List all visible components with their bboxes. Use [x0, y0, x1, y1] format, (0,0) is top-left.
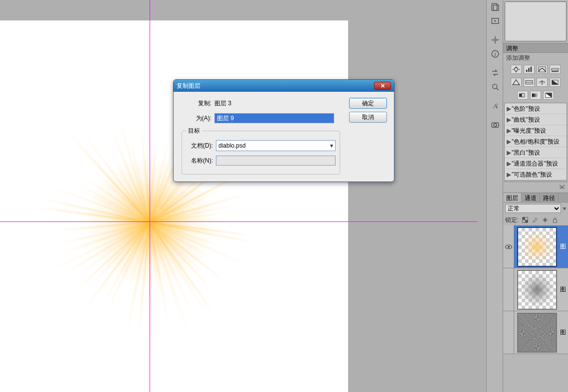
svg-rect-24 [531, 67, 532, 72]
layer-name[interactable]: 图 [560, 328, 566, 337]
invert-adjust-icon[interactable] [543, 91, 554, 100]
svg-rect-40 [554, 219, 557, 222]
preset-hue-sat[interactable]: ▶"色相/饱和度"预设 [505, 136, 567, 147]
cancel-button[interactable]: 取消 [349, 112, 387, 123]
layer-thumbnail[interactable] [517, 313, 557, 353]
preset-levels[interactable]: ▶"色阶"预设 [505, 103, 567, 114]
brightness-adjust-icon[interactable] [511, 65, 522, 74]
tab-channels[interactable]: 通道 [522, 193, 540, 202]
hue-adjust-icon[interactable] [524, 78, 535, 87]
preset-exposure[interactable]: ▶"曝光度"预设 [505, 125, 567, 136]
info-panel-icon[interactable]: i [487, 47, 503, 61]
lock-pixels-icon[interactable] [532, 216, 539, 223]
svg-rect-33 [519, 94, 522, 97]
preset-selective[interactable]: ▶"可选颜色"预设 [505, 169, 567, 180]
history-panel-icon[interactable] [487, 0, 503, 14]
layer-thumbnail[interactable] [517, 227, 557, 267]
visibility-toggle[interactable] [503, 225, 514, 268]
layer-list: 图 图 图 [503, 225, 568, 354]
svg-rect-27 [552, 68, 559, 70]
layer-row[interactable]: 图 [503, 311, 568, 354]
add-adjustment-label: 添加调整 [503, 53, 568, 63]
adjustment-preset-list: ▶"色阶"预设 ▶"曲线"预设 ▶"曝光度"预设 ▶"色相/饱和度"预设 ▶"黑… [504, 103, 567, 181]
layer-name[interactable]: 图 [560, 242, 566, 251]
tab-paths[interactable]: 路径 [540, 193, 559, 202]
svg-rect-23 [528, 68, 530, 72]
visibility-toggle[interactable] [503, 268, 514, 311]
guide-vertical[interactable] [150, 0, 150, 392]
svg-rect-1 [493, 5, 499, 10]
lock-all-icon[interactable] [552, 216, 559, 223]
layer-row[interactable]: 图 [503, 225, 568, 268]
dodge-icon[interactable] [487, 80, 503, 94]
as-label: 为(A): [180, 114, 214, 123]
duplicate-layer-dialog: 复制图层 ✕ 确定 取消 复制: 图层 3 为(A): 目标 文档(D): di… [173, 79, 394, 182]
destination-legend: 目标 [186, 127, 202, 135]
as-input[interactable] [214, 113, 334, 123]
name-label: 名称(N): [186, 157, 216, 165]
camera-icon[interactable] [487, 118, 503, 132]
gradient-map-icon[interactable] [530, 91, 541, 100]
layer-name[interactable]: 图 [560, 285, 566, 294]
svg-rect-34 [522, 94, 524, 97]
svg-rect-38 [523, 217, 525, 220]
svg-marker-3 [494, 20, 496, 22]
layer-row[interactable]: 图 [503, 268, 568, 311]
lock-row: 锁定: [503, 214, 568, 225]
expand-icon[interactable] [558, 183, 566, 192]
svg-marker-28 [513, 80, 520, 85]
layer-thumbnail[interactable] [517, 270, 557, 310]
svg-point-16 [494, 124, 497, 127]
swap-icon[interactable] [487, 66, 503, 80]
dialog-title: 复制图层 [177, 82, 374, 90]
svg-rect-25 [539, 67, 546, 72]
svg-rect-35 [532, 94, 539, 97]
adjustments-panel-tab[interactable]: 调整 [503, 43, 568, 53]
right-panel-dock: 调整 添加调整 ▶"色阶"预设 ▶"曲线"预设 ▶"曝光度"预设 ▶"色相/饱和… [503, 0, 568, 392]
dialog-title-bar[interactable]: 复制图层 ✕ [174, 80, 394, 92]
clone-source-icon[interactable] [487, 33, 503, 47]
document-label: 文档(D): [186, 142, 216, 150]
svg-rect-0 [492, 3, 497, 10]
navigator-preview[interactable] [505, 1, 567, 41]
document-combo[interactable]: diablo.psd ▾ [216, 140, 336, 151]
visibility-toggle[interactable] [503, 311, 514, 354]
svg-rect-26 [552, 71, 559, 72]
lock-transparency-icon[interactable] [522, 216, 529, 223]
vibrance-adjust-icon[interactable] [511, 78, 522, 87]
copy-label: 复制: [180, 99, 214, 108]
destination-group: 目标 文档(D): diablo.psd ▾ 名称(N): [182, 127, 340, 175]
preset-curves[interactable]: ▶"曲线"预设 [505, 114, 567, 125]
exposure-adjust-icon[interactable] [550, 65, 561, 74]
blackwhite-adjust-icon[interactable] [550, 78, 561, 87]
svg-point-4 [494, 39, 496, 41]
chevron-down-icon: ▾ [330, 142, 333, 149]
adjustments-panel-footer [503, 182, 568, 193]
blend-mode-select[interactable]: 正常 [505, 204, 561, 213]
character-panel-icon[interactable]: A [487, 99, 503, 113]
svg-point-17 [515, 68, 518, 71]
preset-channel-mixer[interactable]: ▶"通道混合器"预设 [505, 158, 567, 169]
document-canvas[interactable] [0, 20, 348, 392]
svg-rect-39 [525, 220, 528, 222]
guide-horizontal[interactable] [0, 221, 477, 222]
document-value: diablo.psd [218, 142, 246, 149]
ok-button[interactable]: 确定 [349, 98, 387, 109]
balance-adjust-icon[interactable] [537, 78, 548, 87]
svg-rect-22 [526, 70, 528, 72]
svg-point-42 [508, 246, 510, 248]
svg-line-12 [496, 88, 499, 90]
tab-layers[interactable]: 图层 [503, 193, 522, 202]
name-input [216, 156, 336, 166]
levels-adjust-icon[interactable] [524, 65, 535, 74]
lock-position-icon[interactable] [542, 216, 549, 223]
chevron-down-icon: ▾ [563, 205, 566, 212]
close-icon[interactable]: ✕ [374, 82, 391, 90]
svg-text:i: i [494, 51, 496, 57]
channel-mixer-icon[interactable] [517, 91, 528, 100]
preset-black-white[interactable]: ▶"黑白"预设 [505, 147, 567, 158]
workspace [0, 0, 477, 392]
curves-adjust-icon[interactable] [537, 65, 548, 74]
collapsed-panel-strip: i A [486, 0, 503, 392]
actions-panel-icon[interactable] [487, 14, 503, 28]
